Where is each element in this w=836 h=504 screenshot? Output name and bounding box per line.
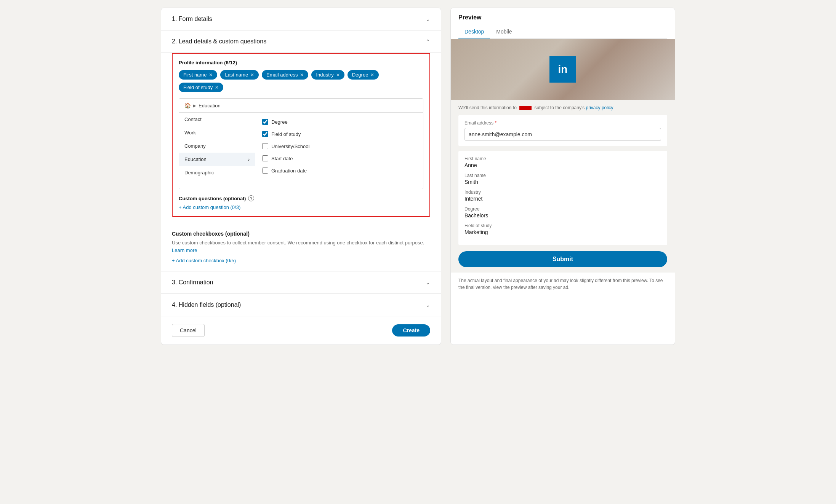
tree-item-education[interactable]: Education › [179, 153, 255, 166]
section-1-chevron-icon: ⌄ [426, 16, 430, 22]
section-3-header[interactable]: 3. Confirmation ⌄ [172, 279, 430, 286]
tag-field-of-study-label: Field of study [183, 85, 213, 90]
preview-title: Preview [458, 14, 667, 21]
create-button[interactable]: Create [392, 324, 430, 337]
checkbox-degree[interactable]: Degree [258, 116, 420, 128]
learn-more-link[interactable]: Learn more [172, 247, 197, 253]
tree-item-demographic[interactable]: Demographic [179, 166, 255, 179]
section-1-header[interactable]: 1. Form details ⌄ [172, 16, 430, 22]
right-panel: Preview Desktop Mobile in We'll send [450, 8, 675, 345]
section-3-chevron-icon: ⌄ [426, 279, 430, 285]
tag-email-address-label: Email address [266, 72, 298, 78]
profile-data-group: First name Anne Last name Smith Industry… [458, 151, 667, 245]
privacy-policy-link[interactable]: privacy policy [586, 105, 613, 110]
tag-industry-remove-icon[interactable]: ✕ [336, 72, 340, 78]
email-input[interactable] [464, 128, 661, 141]
tag-first-name-remove-icon[interactable]: ✕ [209, 72, 213, 78]
add-custom-question-link[interactable]: + Add custom question (0/3) [179, 204, 423, 210]
tag-email-address[interactable]: Email address ✕ [262, 70, 308, 80]
tree-item-company[interactable]: Company [179, 139, 255, 153]
custom-checkboxes-desc: Use custom checkboxes to collect member … [172, 239, 430, 254]
tab-desktop-label: Desktop [464, 29, 484, 35]
checkbox-degree-input[interactable] [262, 119, 268, 125]
email-label-text: Email address [464, 120, 493, 126]
checkbox-degree-label: Degree [271, 119, 288, 125]
field-first-name: First name Anne [464, 156, 661, 168]
tree-left-column: Contact Work Company Education › [179, 113, 255, 189]
tree-body: Contact Work Company Education › [179, 113, 423, 189]
industry-label: Industry [464, 190, 661, 195]
tag-degree[interactable]: Degree ✕ [348, 70, 379, 80]
tag-first-name-label: First name [183, 72, 207, 78]
tab-desktop[interactable]: Desktop [458, 26, 490, 38]
tag-last-name[interactable]: Last name ✕ [220, 70, 259, 80]
checkbox-graduation-date-input[interactable] [262, 167, 268, 174]
industry-value: Internet [464, 196, 661, 202]
custom-checkboxes-section: Custom checkboxes (optional) Use custom … [161, 223, 441, 271]
privacy-note-after: subject to the company's [535, 105, 586, 110]
breadcrumb-arrow-icon: ▶ [193, 104, 196, 108]
tag-last-name-label: Last name [225, 72, 248, 78]
field-last-name: Last name Smith [464, 173, 661, 185]
email-required-indicator: * [495, 120, 496, 126]
home-icon[interactable]: 🏠 [184, 102, 191, 108]
tree-item-education-arrow-icon: › [248, 156, 250, 162]
redacted-company-icon [519, 106, 532, 110]
tag-industry-label: Industry [316, 72, 333, 78]
tag-degree-remove-icon[interactable]: ✕ [370, 72, 374, 78]
tree-item-work[interactable]: Work [179, 126, 255, 139]
section-1: 1. Form details ⌄ [161, 8, 441, 30]
email-field-group: Email address * [458, 115, 667, 146]
section-3: 3. Confirmation ⌄ [161, 271, 441, 294]
profile-section: Profile information (6/12) First name ✕ … [172, 53, 430, 217]
section-4-chevron-icon: ⌄ [426, 302, 430, 308]
tag-field-of-study-remove-icon[interactable]: ✕ [215, 85, 219, 90]
section-4-title: 4. Hidden fields (optional) [172, 301, 241, 308]
section-2-header[interactable]: 2. Lead details & custom questions ⌃ [172, 38, 430, 45]
checkbox-field-of-study-input[interactable] [262, 131, 268, 137]
submit-button[interactable]: Submit [458, 251, 667, 267]
field-of-study-label: Field of study [464, 223, 661, 228]
linkedin-logo-preview: in [549, 56, 576, 83]
tag-degree-label: Degree [352, 72, 368, 78]
section-4-header[interactable]: 4. Hidden fields (optional) ⌄ [172, 301, 430, 308]
privacy-note: We'll send this information to subject t… [458, 105, 667, 110]
preview-header: Preview Desktop Mobile [451, 8, 675, 39]
tab-mobile[interactable]: Mobile [490, 26, 518, 38]
field-industry: Industry Internet [464, 190, 661, 202]
help-icon[interactable]: ? [248, 195, 254, 201]
left-panel: 1. Form details ⌄ 2. Lead details & cust… [161, 8, 441, 345]
tab-mobile-label: Mobile [496, 29, 512, 35]
tag-first-name[interactable]: First name ✕ [179, 70, 217, 80]
tree-item-contact[interactable]: Contact [179, 113, 255, 126]
tag-industry[interactable]: Industry ✕ [311, 70, 344, 80]
preview-disclaimer: The actual layout and final appearance o… [451, 273, 675, 297]
checkbox-field-of-study[interactable]: Field of study [258, 128, 420, 140]
breadcrumb-current: Education [199, 103, 221, 108]
checkbox-start-date-input[interactable] [262, 155, 268, 161]
privacy-note-before: We'll send this information to [458, 105, 517, 110]
checkbox-university-input[interactable] [262, 143, 268, 149]
field-of-study-value: Marketing [464, 229, 661, 235]
custom-questions-label: Custom questions (optional) [179, 196, 246, 201]
tag-field-of-study[interactable]: Field of study ✕ [179, 83, 223, 92]
checkbox-university[interactable]: University/School [258, 140, 420, 152]
custom-checkboxes-desc-text: Use custom checkboxes to collect member … [172, 240, 424, 246]
add-custom-checkbox-link[interactable]: + Add custom checkbox (0/5) [172, 258, 430, 263]
field-field-of-study: Field of study Marketing [464, 223, 661, 235]
tag-last-name-remove-icon[interactable]: ✕ [250, 72, 254, 78]
tag-email-remove-icon[interactable]: ✕ [300, 72, 304, 78]
checkbox-start-date[interactable]: Start date [258, 152, 420, 164]
preview-content: in We'll send this information to subjec… [451, 39, 675, 297]
field-degree: Degree Bachelors [464, 206, 661, 219]
custom-questions-area: Custom questions (optional) ? + Add cust… [179, 195, 423, 210]
checkbox-field-of-study-label: Field of study [271, 131, 301, 137]
checkbox-graduation-date[interactable]: Graduation date [258, 164, 420, 177]
checkbox-university-label: University/School [271, 144, 309, 149]
section-2: 2. Lead details & custom questions ⌃ [161, 30, 441, 53]
cancel-button[interactable]: Cancel [172, 324, 205, 337]
tree-header: 🏠 ▶ Education [179, 99, 423, 113]
custom-questions-title: Custom questions (optional) ? [179, 195, 423, 201]
last-name-value: Smith [464, 179, 661, 185]
preview-form-area: We'll send this information to subject t… [451, 100, 675, 273]
